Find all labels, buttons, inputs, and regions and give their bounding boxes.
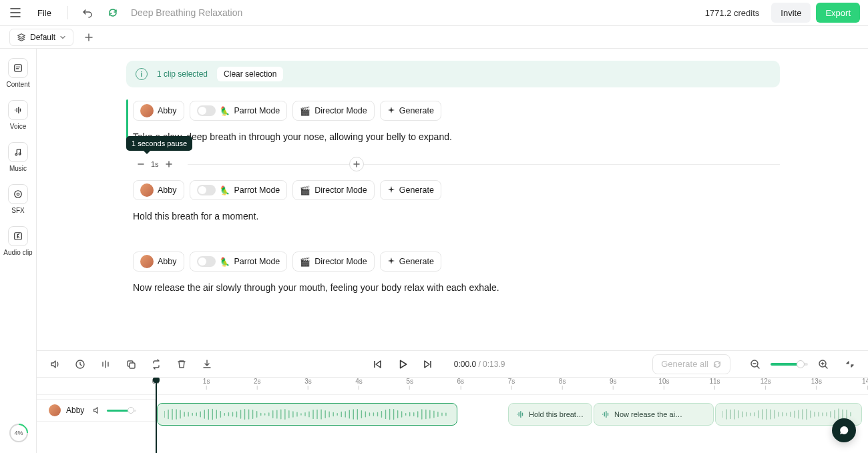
generate-label: Generate [399, 257, 434, 266]
menu-button[interactable] [4, 1, 27, 24]
selection-count: 1 clip selected [157, 69, 208, 79]
pause-increase-button[interactable] [163, 158, 175, 170]
minus-icon [138, 161, 144, 167]
director-icon: 🎬 [300, 106, 310, 116]
speaker-chip[interactable]: Abby [133, 252, 184, 272]
parrot-mode-chip[interactable]: 🦜 Parrot Mode [190, 180, 288, 200]
clip-block[interactable]: Abby 🦜 Parrot Mode 🎬 Director Mode Gener… [126, 252, 780, 295]
clip-text[interactable]: Now release the air slowly through your … [133, 281, 780, 295]
clip-text[interactable]: Take a slow, deep breath in through your… [133, 130, 780, 144]
pause-row: 1 seconds pause 1s [130, 156, 780, 172]
director-mode-chip[interactable]: 🎬 Director Mode [292, 252, 375, 272]
pause-decrease-button[interactable] [135, 158, 147, 170]
speaker-chip[interactable]: Abby [133, 180, 184, 200]
toggle[interactable] [197, 185, 216, 195]
sync-button[interactable] [101, 1, 124, 24]
chat-fab[interactable] [832, 418, 856, 442]
rail-music[interactable]: Music [3, 139, 33, 175]
volume-icon [49, 359, 60, 370]
rail-content[interactable]: Content [3, 55, 33, 91]
rail-audioclip[interactable]: Audio clip [3, 223, 33, 259]
timeline-clip-label: Now release the ai… [614, 410, 682, 418]
director-mode-chip[interactable]: 🎬 Director Mode [292, 180, 375, 200]
total-time: 0:13.9 [483, 360, 505, 369]
loop-icon [151, 359, 162, 370]
generate-chip[interactable]: Generate [380, 180, 441, 200]
duplicate-button[interactable] [120, 353, 142, 376]
director-mode-chip[interactable]: 🎬 Director Mode [292, 101, 375, 121]
rail-content-label: Content [6, 81, 29, 88]
skip-back-button[interactable] [366, 353, 389, 376]
clip-block[interactable]: Abby 🦜 Parrot Mode 🎬 Director Mode Gener… [126, 180, 780, 223]
ruler-tick: 6s [457, 378, 465, 390]
undo-button[interactable] [76, 1, 99, 24]
content-icon [13, 63, 23, 73]
add-layer-button[interactable] [80, 29, 97, 46]
generate-label: Generate [399, 185, 434, 195]
ruler-tick: 2s [254, 378, 261, 390]
generate-all-button[interactable]: Generate all [652, 354, 730, 374]
loop-button[interactable] [145, 353, 168, 376]
ruler-tick: 4s [355, 378, 363, 390]
skip-forward-button[interactable] [417, 353, 439, 376]
playhead[interactable] [156, 378, 157, 453]
audioclip-icon [13, 232, 23, 241]
toggle[interactable] [197, 256, 216, 267]
delete-button[interactable] [170, 353, 193, 376]
undo-icon [82, 7, 93, 18]
volume-button[interactable] [43, 353, 66, 376]
file-menu[interactable]: File [29, 3, 59, 23]
generate-chip[interactable]: Generate [380, 252, 441, 272]
rail-sfx[interactable]: SFX [3, 181, 33, 217]
svg-point-4 [17, 193, 19, 195]
svg-rect-0 [15, 65, 22, 72]
history-button[interactable] [69, 353, 91, 376]
plus-icon [166, 161, 172, 167]
invite-button[interactable]: Invite [771, 3, 811, 23]
export-button[interactable]: Export [816, 3, 860, 23]
progress-badge[interactable]: 4% [9, 424, 28, 442]
clear-selection-button[interactable]: Clear selection [217, 67, 283, 81]
svg-point-1 [15, 153, 17, 155]
layer-select[interactable]: Default [9, 29, 73, 46]
timeline-ruler[interactable]: 0s1s2s3s4s5s6s7s8s9s10s11s12s13s14s [37, 378, 868, 395]
plus-icon [85, 33, 93, 41]
add-clip-button[interactable] [349, 157, 364, 171]
wave-icon [601, 410, 610, 419]
plus-icon [353, 161, 360, 167]
collapse-button[interactable] [839, 353, 861, 376]
zoom-in-button[interactable] [812, 353, 835, 376]
avatar [140, 104, 154, 117]
clip-block[interactable]: Abby 🦜 Parrot Mode 🎬 Director Mode Gener… [126, 101, 780, 144]
ruler-tick: 3s [304, 378, 312, 390]
zoom-out-button[interactable] [744, 353, 767, 376]
timeline-clip[interactable] [157, 403, 457, 426]
clock-icon [75, 359, 85, 370]
clip-text[interactable]: Hold this breath for a moment. [133, 209, 780, 223]
timeline-clip[interactable]: Now release the ai… [594, 403, 714, 426]
timeline-clip[interactable]: Hold this breath fo… [508, 403, 592, 426]
voice-icon [13, 105, 23, 115]
pause-value: 1s [151, 160, 159, 168]
play-button[interactable] [391, 353, 414, 376]
chevron-down-icon [59, 34, 66, 41]
sparkle-icon [387, 258, 395, 266]
parrot-mode-chip[interactable]: 🦜 Parrot Mode [190, 252, 288, 272]
speaker-chip[interactable]: Abby [133, 101, 184, 121]
split-button[interactable] [94, 353, 117, 376]
skip-back-icon [372, 359, 383, 370]
toggle[interactable] [197, 105, 216, 116]
svg-point-2 [19, 153, 21, 155]
selection-banner: i 1 clip selected Clear selection [126, 61, 780, 87]
speaker-name: Abby [158, 257, 177, 266]
generate-chip[interactable]: Generate [380, 101, 441, 121]
rail-voice[interactable]: Voice [3, 97, 33, 133]
parrot-mode-chip[interactable]: 🦜 Parrot Mode [190, 101, 288, 121]
progress-value: 4% [14, 430, 23, 436]
director-label: Director Mode [314, 106, 367, 115]
zoom-slider[interactable] [771, 363, 808, 366]
speaker-name: Abby [158, 106, 177, 115]
layers-icon [17, 33, 26, 42]
ruler-tick: 13s [811, 378, 822, 390]
download-button[interactable] [196, 353, 218, 376]
